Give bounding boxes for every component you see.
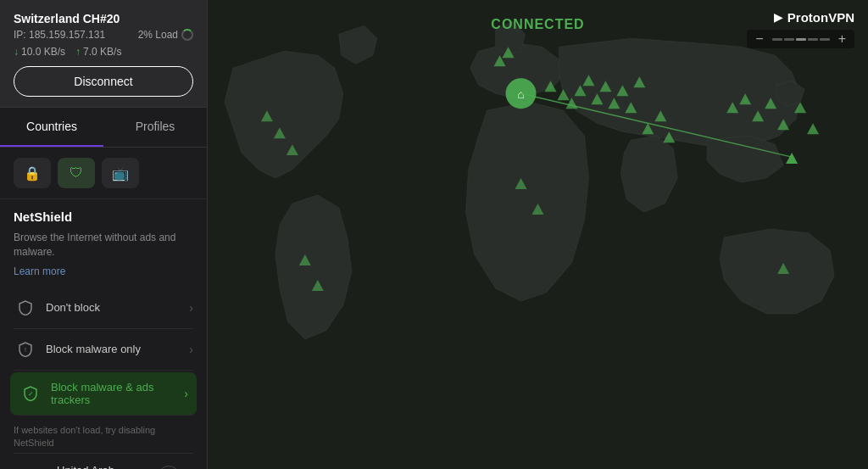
filter-row: 🔒 🛡 📺: [0, 148, 207, 199]
shield-icon: 🛡: [70, 165, 83, 181]
tab-profiles[interactable]: Profiles: [103, 108, 207, 147]
up-arrow-icon: ↑: [75, 46, 81, 58]
dont-block-label: Don't block: [46, 301, 189, 314]
proton-brand-name: ProtonVPN: [787, 10, 854, 25]
proton-logo-icon: ▶: [774, 11, 782, 24]
world-map: ⌂: [208, 0, 868, 469]
svg-text:!: !: [25, 347, 26, 353]
tab-countries[interactable]: Countries: [0, 108, 103, 147]
filter-netshield-button[interactable]: 🛡: [58, 158, 95, 188]
netshield-description: Browse the Internet without ads and malw…: [14, 231, 193, 260]
connected-label: CONNECTED: [491, 17, 584, 32]
chevron-right-icon-2: ›: [189, 343, 193, 356]
proton-header: ▶ ProtonVPN − +: [747, 10, 854, 48]
download-speed: ↓ 10.0 KB/s: [14, 46, 65, 58]
down-arrow-icon: ↓: [14, 46, 19, 58]
tv-icon: 📺: [112, 165, 129, 181]
country-item-uae[interactable]: 🇦🇪 United Arab Emirates ⌄: [14, 454, 193, 469]
shield-active-icon: ✓: [19, 382, 42, 405]
zoom-seg-5: [820, 38, 830, 41]
chevron-right-icon: ›: [189, 301, 193, 315]
zoom-controls: − +: [747, 30, 854, 48]
block-malware-label: Block malware only: [46, 343, 189, 355]
svg-text:✓: ✓: [28, 390, 34, 398]
uae-expand-button[interactable]: ⌄: [158, 466, 180, 469]
lock-icon: 🔒: [24, 165, 41, 181]
learn-more-link[interactable]: Learn more: [14, 265, 65, 277]
load-info: 2% Load: [138, 29, 193, 41]
filter-tv-button[interactable]: 📺: [102, 158, 139, 188]
ip-address: IP: 185.159.157.131: [14, 29, 105, 41]
shield-outline-icon: [14, 296, 37, 320]
zoom-bar: [769, 38, 833, 41]
disconnect-button[interactable]: Disconnect: [14, 66, 193, 97]
zoom-out-button[interactable]: −: [752, 31, 766, 47]
load-circle: [181, 29, 193, 41]
block-all-label: Block malware & ads trackers: [51, 381, 184, 406]
netshield-title: NetShield: [14, 209, 193, 224]
netshield-hint: If websites don't load, try disabling Ne…: [14, 417, 193, 454]
speed-row: ↓ 10.0 KB/s ↑ 7.0 KB/s: [14, 46, 193, 58]
uae-name: United Arab Emirates: [57, 464, 158, 469]
filter-secure-button[interactable]: 🔒: [14, 158, 51, 188]
option-dont-block[interactable]: Don't block ›: [14, 288, 193, 329]
map-area: ▶ ProtonVPN − + CONNECTED: [208, 0, 868, 469]
server-name: Switzerland CH#20: [14, 12, 193, 25]
sidebar: Switzerland CH#20 IP: 185.159.157.131 2%…: [0, 0, 208, 469]
zoom-seg-1: [772, 38, 782, 41]
zoom-seg-2: [784, 38, 794, 41]
zoom-in-button[interactable]: +: [835, 31, 849, 47]
proton-brand: ▶ ProtonVPN: [774, 10, 854, 25]
connection-header: Switzerland CH#20 IP: 185.159.157.131 2%…: [0, 0, 207, 108]
tab-bar: Countries Profiles: [0, 108, 207, 148]
country-list: 🇦🇪 United Arab Emirates ⌄ 🇬🇧 United King…: [14, 453, 193, 469]
shield-malware-icon: !: [14, 338, 37, 361]
uae-actions: ⌄: [158, 466, 180, 469]
option-block-all[interactable]: ✓ Block malware & ads trackers ›: [10, 372, 197, 416]
zoom-seg-4: [808, 38, 818, 41]
zoom-seg-3: [796, 38, 806, 41]
connection-details: IP: 185.159.157.131 2% Load: [14, 29, 193, 41]
upload-speed: ↑ 7.0 KB/s: [75, 46, 121, 58]
netshield-section: NetShield Browse the Internet without ad…: [0, 199, 207, 469]
option-block-malware[interactable]: ! Block malware only ›: [14, 329, 193, 371]
chevron-right-icon-3: ›: [184, 387, 188, 400]
